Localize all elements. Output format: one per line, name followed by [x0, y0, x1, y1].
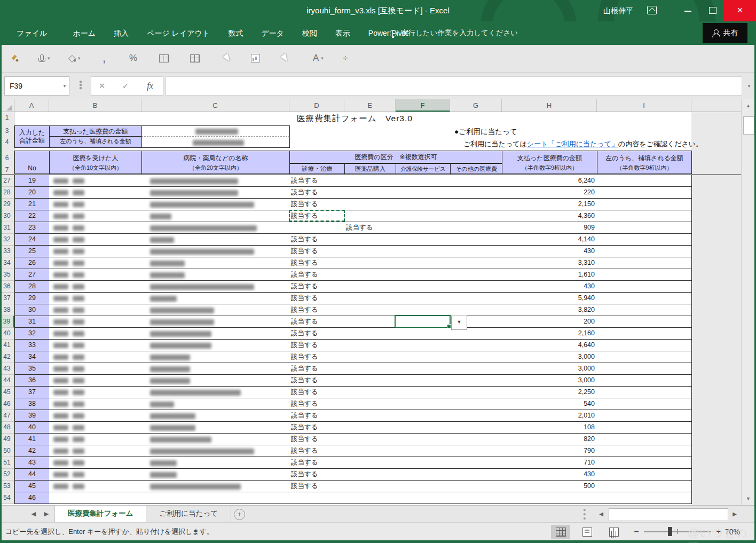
cell-G34[interactable]	[450, 257, 502, 269]
font-icon[interactable]: A▾	[313, 50, 324, 66]
cell-C40[interactable]	[141, 328, 290, 340]
cell-D31[interactable]	[289, 222, 345, 234]
header-paid[interactable]: 支払った医療費の金額（半角数字9桁以内）	[502, 151, 597, 174]
cell-G43[interactable]	[450, 363, 502, 375]
cell-D42[interactable]: 該当する	[289, 351, 345, 363]
cell-I39[interactable]	[597, 316, 692, 328]
cell-H33[interactable]: 430	[502, 246, 597, 257]
cell-H53[interactable]: 500	[502, 481, 597, 492]
scroll-down-icon[interactable]: ▼	[743, 493, 754, 504]
cell-G28[interactable]	[450, 187, 502, 199]
cell-D54[interactable]	[289, 492, 345, 504]
header-cat-iyakuhin[interactable]: 医薬品購入	[344, 163, 396, 174]
row-header-7[interactable]: 7	[0, 166, 14, 174]
ribbon-display-options-icon[interactable]	[647, 6, 657, 14]
cell-C41[interactable]	[141, 340, 290, 351]
cell-I49[interactable]	[597, 434, 692, 445]
cell-F36[interactable]	[396, 281, 451, 293]
cell-E40[interactable]	[344, 328, 396, 340]
cell-B43[interactable]	[49, 363, 142, 375]
row-header-29[interactable]: 29	[0, 199, 14, 210]
cell-H48[interactable]: 108	[502, 422, 597, 434]
cell-I40[interactable]	[597, 328, 692, 340]
cell-B42[interactable]	[49, 351, 142, 363]
cell-C31[interactable]	[141, 222, 290, 234]
column-header-G[interactable]: G	[450, 99, 502, 112]
cell-I38[interactable]	[597, 304, 692, 316]
page-layout-view-button[interactable]	[578, 525, 597, 539]
select-all-corner[interactable]	[0, 99, 14, 112]
cell-C52[interactable]	[141, 469, 290, 481]
cell-G31[interactable]	[450, 222, 502, 234]
cell-F40[interactable]	[396, 328, 451, 340]
cell-G42[interactable]	[450, 351, 502, 363]
cell-A31[interactable]: 23	[14, 222, 50, 234]
row-header-4[interactable]: 4	[0, 137, 14, 148]
row-header-40[interactable]: 40	[0, 328, 14, 340]
cell-G52[interactable]	[450, 469, 502, 481]
cell-G48[interactable]	[450, 422, 502, 434]
cell-H28[interactable]: 220	[502, 187, 597, 199]
tell-me-box[interactable]: 実行したい作業を入力してください	[390, 21, 518, 45]
cell-I29[interactable]	[597, 199, 692, 210]
cell-D48[interactable]: 該当する	[289, 422, 345, 434]
touch-mode-icon[interactable]: ▾	[38, 50, 50, 66]
cell-F51[interactable]	[396, 457, 451, 469]
ribbon-tab-2[interactable]: 挿入	[105, 21, 138, 45]
select-arrow-icon[interactable]	[224, 50, 231, 66]
cell-H52[interactable]: 430	[502, 469, 597, 481]
cell-E38[interactable]	[344, 304, 396, 316]
cell-D32[interactable]: 該当する	[289, 234, 345, 246]
scroll-up-icon[interactable]: ▲	[743, 100, 754, 111]
cell-E44[interactable]	[344, 375, 396, 387]
cell-F41[interactable]	[396, 340, 451, 351]
cell-A37[interactable]: 29	[14, 293, 50, 304]
insert-chart-icon[interactable]	[251, 50, 260, 66]
cell-D35[interactable]: 該当する	[289, 269, 345, 281]
cell-G51[interactable]	[450, 457, 502, 469]
cell-E32[interactable]	[344, 234, 396, 246]
row-header-37[interactable]: 37	[0, 293, 14, 304]
cell-H51[interactable]: 710	[502, 457, 597, 469]
cell-I32[interactable]	[597, 234, 692, 246]
ribbon-tab-file[interactable]: ファイル	[7, 21, 56, 45]
page-break-view-button[interactable]	[604, 525, 624, 539]
cell-G29[interactable]	[450, 199, 502, 210]
ribbon-tab-6[interactable]: 校閲	[293, 21, 326, 45]
cell-B39[interactable]	[49, 316, 142, 328]
column-header-F[interactable]: F	[396, 99, 450, 112]
cell-D45[interactable]: 該当する	[289, 387, 345, 398]
cell-G50[interactable]	[450, 445, 502, 457]
row-header-50[interactable]: 50	[0, 445, 14, 457]
cell-G47[interactable]	[450, 410, 502, 422]
cell-A44[interactable]: 36	[14, 375, 50, 387]
cell-F46[interactable]	[396, 398, 451, 410]
row-header-54[interactable]: 54	[0, 492, 14, 504]
row-header-39[interactable]: 39	[0, 316, 14, 328]
cell-I35[interactable]	[597, 269, 692, 281]
cell-E37[interactable]	[344, 293, 396, 304]
cell-H38[interactable]: 3,820	[502, 304, 597, 316]
cell-C45[interactable]	[141, 387, 290, 398]
cell-D43[interactable]: 該当する	[289, 363, 345, 375]
cell-D46[interactable]: 該当する	[289, 398, 345, 410]
cell-H42[interactable]: 3,000	[502, 351, 597, 363]
cell-F47[interactable]	[396, 410, 451, 422]
header-cat-kaigo[interactable]: 介護保険サービス	[396, 163, 451, 174]
enter-icon[interactable]: ✓	[115, 77, 136, 95]
cell-G44[interactable]	[450, 375, 502, 387]
cell-H32[interactable]: 4,140	[502, 234, 597, 246]
row-header-42[interactable]: 42	[0, 351, 14, 363]
cell-F45[interactable]	[396, 387, 451, 398]
cell-B38[interactable]	[49, 304, 142, 316]
cell-I50[interactable]	[597, 445, 692, 457]
row-header-35[interactable]: 35	[0, 269, 14, 281]
close-button[interactable]: ×	[724, 0, 756, 21]
cell-D53[interactable]: 該当する	[289, 481, 345, 492]
cell-E52[interactable]	[344, 469, 396, 481]
cell-G54[interactable]	[450, 492, 502, 504]
cell-I51[interactable]	[597, 457, 692, 469]
fill-handle[interactable]	[447, 324, 451, 328]
cell-F32[interactable]	[396, 234, 451, 246]
cell-C35[interactable]	[141, 269, 290, 281]
